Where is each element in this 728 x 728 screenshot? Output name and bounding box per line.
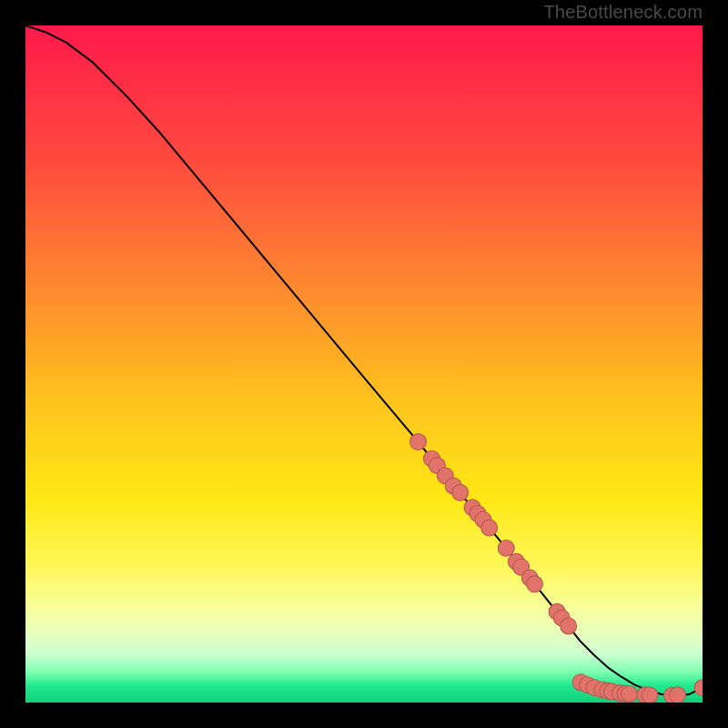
chart-frame: TheBottleneck.com bbox=[0, 0, 728, 728]
data-point bbox=[452, 484, 469, 500]
attribution-text: TheBottleneck.com bbox=[543, 2, 703, 23]
data-point bbox=[498, 540, 514, 556]
gradient-background bbox=[25, 25, 703, 703]
data-point bbox=[481, 520, 498, 536]
chart-svg bbox=[25, 25, 703, 703]
data-point bbox=[410, 434, 427, 450]
data-point bbox=[561, 618, 577, 634]
data-point bbox=[622, 686, 638, 703]
data-point bbox=[527, 576, 543, 592]
data-point bbox=[642, 687, 658, 703]
data-point bbox=[670, 687, 686, 703]
plot-area bbox=[25, 25, 703, 703]
